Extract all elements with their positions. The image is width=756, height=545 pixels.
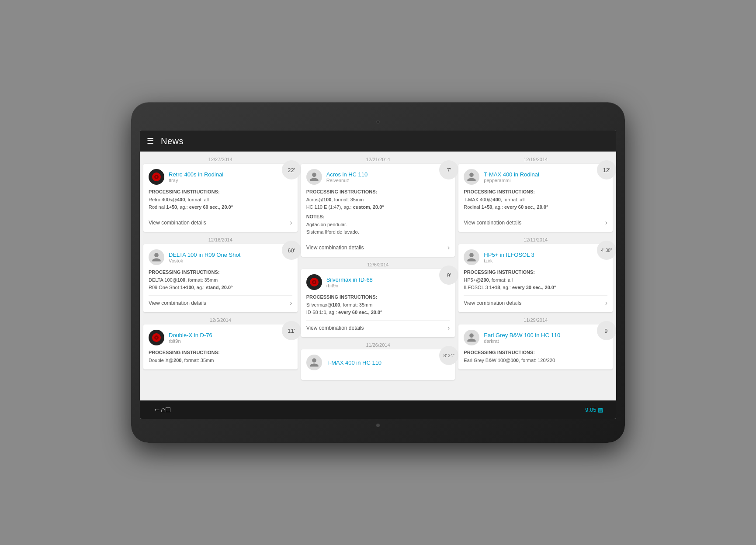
time-badge-hp5: 4' 30"	[597, 241, 616, 260]
tablet-device: ☰ News 12/27/2014 22'	[131, 102, 625, 443]
status-bar: 9:05 ▩	[585, 407, 603, 413]
card-header-earlgrey: Earl Grey B&W 100 in HC 110 darkrat	[464, 330, 607, 345]
chevron-icon-delta: ›	[290, 299, 292, 307]
news-columns: 12/27/2014 22'	[143, 155, 613, 380]
card-user-hp5: tzirk	[484, 258, 607, 263]
view-link-tmax[interactable]: View combination details ›	[464, 215, 607, 227]
instructions-label-retro: PROCESSING INSTRUCTIONS:	[149, 189, 292, 194]
bottom-navigation: ← ⌂ □ 9:05 ▩	[140, 400, 616, 419]
instructions-text-earlgrey: Earl Grey B&W 100@100, format: 120/220	[464, 357, 607, 364]
date-label-3: 12/21/2014	[301, 155, 455, 164]
camera	[376, 120, 380, 124]
view-link-text-hp5: View combination details	[464, 300, 521, 306]
instructions-label-earlgrey: PROCESSING INSTRUCTIONS:	[464, 350, 607, 355]
card-title-earlgrey[interactable]: Earl Grey B&W 100 in HC 110	[484, 332, 607, 338]
date-label-2: 12/16/2014	[143, 235, 298, 244]
column-3: 12/19/2014 12' T-MAX 400 in Rodinal pepp…	[458, 155, 613, 369]
date-label-8: 11/29/2014	[458, 316, 613, 324]
column-1: 12/27/2014 22'	[143, 155, 298, 369]
card-title-block-tmax2: T-MAX 400 in HC 110	[326, 359, 450, 366]
view-link-text-tmax: View combination details	[464, 220, 521, 226]
notes-text-acros: Agitación pendular. Sistema Ilford de la…	[306, 221, 450, 235]
card-title-hp5[interactable]: HP5+ in ILFOSOL 3	[484, 252, 607, 258]
instructions-label-acros: PROCESSING INSTRUCTIONS:	[306, 189, 450, 194]
time-badge-acros: 7'	[439, 160, 458, 179]
card-header-tmax: T-MAX 400 in Rodinal pepperammi	[464, 169, 607, 185]
chevron-icon-retro: ›	[290, 219, 292, 227]
card-header-delta: DELTA 100 in R09 One Shot Vostok	[149, 249, 292, 265]
card-tmax-rodinal: 12' T-MAX 400 in Rodinal pepperammi PROC…	[458, 164, 613, 232]
card-header-silvermax: Silvermax in ID-68 rbit9n	[306, 274, 450, 290]
avatar-hp5	[464, 249, 479, 265]
card-title-block-earlgrey: Earl Grey B&W 100 in HC 110 darkrat	[484, 332, 607, 344]
instructions-label-hp5: PROCESSING INSTRUCTIONS:	[464, 269, 607, 275]
card-title-doublex[interactable]: Double-X in D-76	[169, 332, 292, 338]
card-user-earlgrey: darkrat	[484, 338, 607, 344]
instructions-text-doublex: Double-X@200, format: 35mm	[149, 357, 292, 364]
card-user-doublex: rbit9n	[169, 338, 292, 344]
view-link-acros[interactable]: View combination details ›	[306, 240, 450, 252]
time-badge-earlgrey: 9'	[597, 321, 616, 340]
card-header-hp5: HP5+ in ILFOSOL 3 tzirk	[464, 249, 607, 265]
card-user-tmax: pepperammi	[484, 178, 607, 183]
avatar-doublex	[149, 330, 164, 345]
card-title-block-delta: DELTA 100 in R09 One Shot Vostok	[169, 252, 292, 263]
instructions-text-silvermax: Silvermax@100, format: 35mm ID-68 1:1, a…	[306, 301, 450, 316]
card-title-retro[interactable]: Retro 400s in Rodinal	[169, 171, 292, 178]
view-link-hp5[interactable]: View combination details ›	[464, 295, 607, 307]
card-title-silvermax[interactable]: Silvermax in ID-68	[326, 276, 450, 283]
instructions-label-silvermax: PROCESSING INSTRUCTIONS:	[306, 294, 450, 300]
view-link-text-silvermax: View combination details	[306, 325, 364, 331]
hamburger-menu-icon[interactable]: ☰	[147, 137, 154, 145]
recents-button[interactable]: □	[166, 405, 170, 414]
card-acros: 7' Acros in HC 110 Reivennuz PROCESSING …	[301, 164, 455, 257]
time-badge-silvermax: 9'	[439, 266, 458, 285]
instructions-label-doublex: PROCESSING INSTRUCTIONS:	[149, 350, 292, 355]
avatar-acros	[306, 169, 322, 185]
card-delta-100: 60' DELTA 100 in R09 One Shot Vostok PRO…	[143, 244, 298, 312]
card-title-tmax[interactable]: T-MAX 400 in Rodinal	[484, 171, 607, 178]
card-title-block-tmax: T-MAX 400 in Rodinal pepperammi	[484, 171, 607, 183]
avatar-earlgrey	[464, 330, 479, 345]
card-user-acros: Reivennuz	[326, 178, 450, 183]
card-header-retro: Retro 400s in Rodinal ttray	[149, 169, 292, 185]
time-badge-delta: 60'	[282, 241, 301, 260]
chevron-icon-tmax: ›	[605, 219, 607, 227]
card-title-block-acros: Acros in HC 110 Reivennuz	[326, 171, 450, 183]
card-title-block-hp5: HP5+ in ILFOSOL 3 tzirk	[484, 252, 607, 263]
app-bar: ☰ News	[140, 131, 616, 152]
card-title-acros[interactable]: Acros in HC 110	[326, 171, 450, 178]
back-button[interactable]: ←	[153, 405, 161, 414]
instructions-text-retro: Retro 400s@400, format: all Rodinal 1+50…	[149, 196, 292, 210]
card-title-block-doublex: Double-X in D-76 rbit9n	[169, 332, 292, 344]
card-retro-400s: 22' Retro 400s in Rodinal	[143, 164, 298, 232]
card-hp5: 4' 30" HP5+ in ILFOSOL 3 tzirk PROCESSIN…	[458, 244, 613, 312]
instructions-text-acros: Acros@100, format: 35mm HC 110 E (1:47),…	[306, 196, 450, 210]
time-badge-retro: 22'	[282, 160, 301, 179]
card-user-silvermax: rbit9n	[326, 283, 450, 288]
date-label-7: 12/11/2014	[458, 235, 613, 244]
avatar-delta	[149, 249, 164, 265]
instructions-text-hp5: HP5+@200, format: all ILFOSOL 3 1+18, ag…	[464, 276, 607, 291]
instructions-text-tmax: T-MAX 400@400, format: all Rodinal 1+50,…	[464, 196, 607, 210]
card-user-retro: ttray	[169, 178, 292, 183]
avatar-tmax	[464, 169, 479, 185]
tablet-top-bar	[140, 115, 616, 128]
avatar-tmax2	[306, 355, 322, 370]
card-user-delta: Vostok	[169, 258, 292, 263]
home-button[interactable]: ⌂	[161, 405, 166, 414]
signal-display: ▩	[598, 407, 603, 413]
time-display: 9:05	[585, 407, 596, 413]
date-label-1: 12/27/2014	[143, 155, 298, 164]
svg-point-5	[156, 337, 157, 338]
view-link-text-retro: View combination details	[149, 220, 206, 226]
card-title-delta[interactable]: DELTA 100 in R09 One Shot	[169, 252, 292, 258]
date-label-11: 11/26/2014	[301, 341, 455, 349]
view-link-retro[interactable]: View combination details ›	[149, 215, 292, 227]
card-title-tmax2[interactable]: T-MAX 400 in HC 110	[326, 359, 450, 366]
view-link-silvermax[interactable]: View combination details ›	[306, 320, 450, 332]
time-badge-tmax: 12'	[597, 160, 616, 179]
view-link-delta[interactable]: View combination details ›	[149, 295, 292, 307]
avatar-retro	[149, 169, 164, 185]
date-label-6: 12/6/2014	[301, 260, 455, 269]
